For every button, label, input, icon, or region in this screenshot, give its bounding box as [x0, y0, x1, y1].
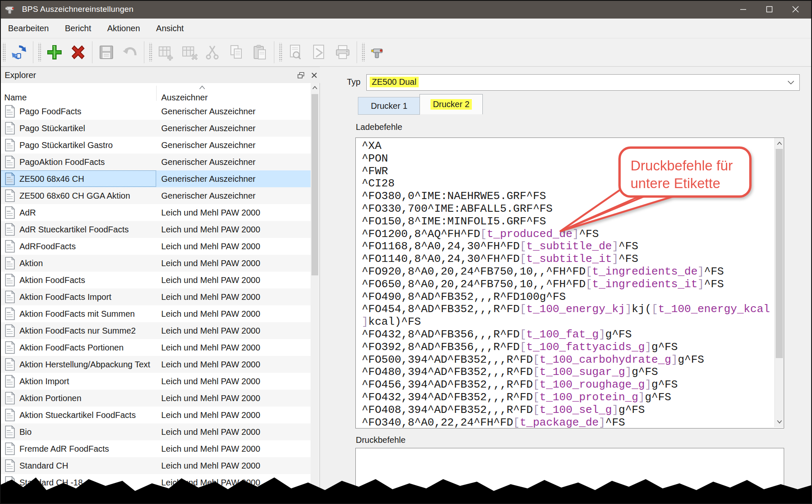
tab-drucker-1[interactable]: Drucker 1: [358, 97, 420, 115]
document-icon: [5, 426, 15, 438]
list-item[interactable]: Aktion FoodFacts ImportLeich und Mehl PA…: [0, 288, 311, 305]
ladebefehle-label: Ladebefehle: [356, 122, 402, 132]
save-button[interactable]: [95, 40, 118, 64]
menu-bericht[interactable]: Bericht: [57, 19, 99, 38]
document-icon: [5, 459, 15, 472]
list-item[interactable]: Standard CHLeich und Mehl PAW 2000: [0, 457, 311, 474]
labeler-settings-button[interactable]: [366, 40, 390, 64]
explorer-rows: Pago FoodFactsGenerischer AuszeichnerPag…: [0, 103, 311, 491]
scrollbar-thumb[interactable]: [776, 149, 783, 358]
item-auszeichner: Generischer Auszeichner: [161, 191, 255, 201]
list-item[interactable]: PagoAktion FoodFactsGenerischer Auszeich…: [0, 154, 311, 170]
print-preview-button[interactable]: [284, 40, 307, 64]
column-header-auszeichner[interactable]: Auszeichner: [161, 93, 208, 102]
tab-label: Drucker 1: [371, 101, 408, 111]
list-item[interactable]: BioLeich und Mehl PAW 2000: [0, 423, 311, 440]
item-auszeichner: Generischer Auszeichner: [161, 174, 255, 184]
cut-button[interactable]: [201, 40, 225, 64]
table-add-button[interactable]: [154, 40, 177, 64]
list-item[interactable]: Aktion ImportLeich und Mehl PAW 2000: [0, 373, 311, 390]
table-delete-button[interactable]: [177, 40, 201, 64]
menu-aktionen[interactable]: Aktionen: [99, 19, 148, 38]
title-bar: BPS Auszeichnereinstellungen: [0, 0, 812, 19]
list-item[interactable]: Aktion FoodFacts PortionenLeich und Mehl…: [0, 339, 311, 356]
list-item[interactable]: Pago Stückartikel GastroGenerischer Ausz…: [0, 137, 311, 154]
undo-button[interactable]: [118, 40, 142, 64]
document-icon: [5, 223, 15, 236]
sort-ascending-icon: [199, 86, 205, 89]
refresh-button[interactable]: [7, 40, 31, 64]
list-item[interactable]: AdRFoodFactsLeich und Mehl PAW 2000: [0, 238, 311, 255]
minimize-button[interactable]: [730, 0, 756, 19]
chevron-down-icon: [777, 420, 782, 423]
list-item[interactable]: Pago FoodFactsGenerischer Auszeichner: [0, 103, 311, 120]
list-item[interactable]: ZE500 68x60 CH GGA AktionGenerischer Aus…: [0, 187, 311, 204]
menu-ansicht[interactable]: Ansicht: [148, 19, 192, 38]
document-icon: [5, 375, 15, 388]
list-item[interactable]: AdR Stueckartikel FoodFactsLeich und Meh…: [0, 221, 311, 238]
document-icon: [5, 392, 15, 404]
scroll-up-button[interactable]: [775, 139, 784, 148]
column-header-name[interactable]: Name: [4, 93, 27, 102]
typ-combobox[interactable]: ZE500 Dual: [366, 74, 800, 91]
tab-drucker-2[interactable]: Drucker 2: [420, 94, 483, 114]
item-name: Pago FoodFacts: [19, 103, 156, 120]
editor-scrollbar[interactable]: [774, 138, 784, 427]
export-button[interactable]: [307, 40, 331, 64]
list-item[interactable]: Aktion PortionenLeich und Mehl PAW 2000: [0, 390, 311, 407]
item-name: PagoAktion FoodFacts: [19, 154, 156, 170]
document-icon: [5, 307, 15, 320]
item-name: Bio: [19, 423, 156, 440]
scroll-up-button[interactable]: [311, 83, 319, 92]
scrollbar-thumb[interactable]: [311, 94, 318, 275]
toolbar-grip[interactable]: [38, 43, 41, 62]
tab-label-highlighted: Drucker 2: [430, 99, 472, 110]
list-item[interactable]: Aktion Herstellung/Abpackung TextLeich u…: [0, 356, 311, 373]
print-button[interactable]: [331, 40, 355, 64]
maximize-button[interactable]: [756, 0, 782, 19]
druckbefehle-editor[interactable]: [355, 448, 784, 504]
explorer-close-button[interactable]: [309, 70, 319, 81]
maximize-icon: [766, 5, 773, 13]
item-auszeichner: Leich und Mehl PAW 2000: [161, 242, 260, 251]
toolbar-grip[interactable]: [362, 43, 365, 62]
list-item[interactable]: AktionLeich und Mehl PAW 2000: [0, 255, 311, 272]
document-icon: [5, 105, 15, 118]
list-item[interactable]: Aktion FoodFacts nur Summe2Leich und Meh…: [0, 322, 311, 339]
explorer-scrollbar[interactable]: [311, 83, 319, 504]
item-auszeichner: Leich und Mehl PAW 2000: [161, 343, 260, 353]
document-icon: [5, 291, 15, 303]
list-item[interactable]: Aktion FoodFactsLeich und Mehl PAW 2000: [0, 272, 311, 288]
item-auszeichner: Leich und Mehl PAW 2000: [161, 478, 260, 488]
toolbar-grip[interactable]: [149, 43, 152, 62]
list-item[interactable]: ZE500 68x46 CHGenerischer Auszeichner: [0, 170, 311, 187]
delete-icon: [69, 43, 87, 61]
copy-icon: [227, 43, 245, 61]
close-button[interactable]: [782, 0, 809, 19]
explorer-float-button[interactable]: [295, 70, 306, 81]
table-add-icon: [157, 43, 174, 61]
item-auszeichner: Generischer Auszeichner: [161, 124, 255, 133]
list-item[interactable]: Aktion Stueckartikel FoodFactsLeich und …: [0, 407, 311, 423]
delete-button[interactable]: [66, 40, 90, 64]
menu-bearbeiten[interactable]: Bearbeiten: [0, 19, 57, 38]
minimize-icon: [739, 5, 747, 13]
list-item[interactable]: Standard CH -18Leich und Mehl PAW 2000: [0, 474, 311, 491]
list-item[interactable]: Fremde AdR FoodFactsLeich und Mehl PAW 2…: [0, 440, 311, 457]
ladebefehle-editor[interactable]: ^XA^PON^FWR^CI28^FO380,0^IME:NAEHRWE5.GR…: [355, 137, 784, 429]
document-icon: [5, 324, 15, 337]
paste-button[interactable]: [248, 40, 272, 64]
list-item[interactable]: Aktion FoodFacts mit SummenLeich und Meh…: [0, 305, 311, 322]
item-name: Fremde AdR FoodFacts: [19, 440, 156, 457]
cut-icon: [204, 43, 222, 61]
list-item[interactable]: Pago StückartikelGenerischer Auszeichner: [0, 120, 311, 137]
copy-button[interactable]: [225, 40, 248, 64]
scroll-down-button[interactable]: [775, 417, 784, 426]
list-item[interactable]: AdRLeich und Mehl PAW 2000: [0, 204, 311, 221]
toolbar-grip[interactable]: [279, 43, 282, 62]
item-name: Pago Stückartikel: [19, 120, 156, 137]
labeler-settings-icon: [370, 44, 387, 61]
toolbar-grip[interactable]: [3, 43, 6, 62]
typ-label: Typ: [347, 77, 360, 87]
add-button[interactable]: [43, 40, 66, 64]
